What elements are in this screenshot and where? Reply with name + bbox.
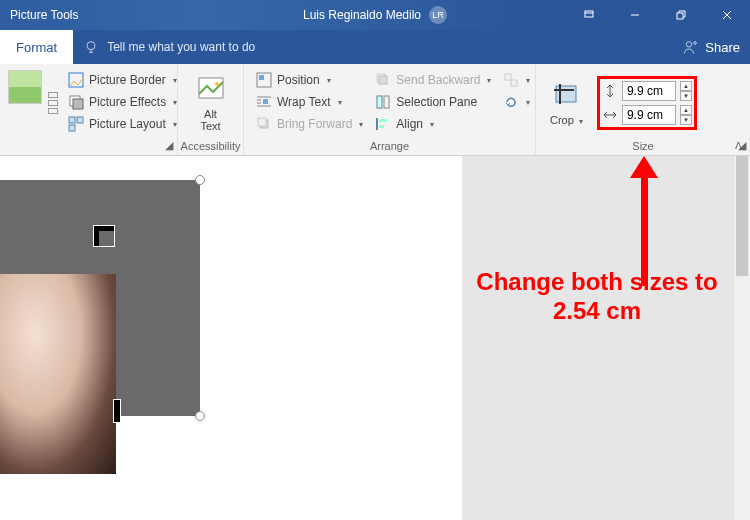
height-icon [602,83,618,99]
ribbon: Picture Border▾ Picture Effects▾ Picture… [0,64,750,156]
chevron-down-icon: ▾ [173,120,177,129]
chevron-down-icon: ▾ [173,98,177,107]
group-button: ▾ [499,70,534,90]
avatar: LR [429,6,447,24]
bring-forward-button: Bring Forward▾ [252,114,367,134]
group-arrange: Position▾ Wrap Text▾ Bring Forward▾ Send… [244,64,536,155]
svg-rect-0 [585,11,593,17]
ribbon-display-options-button[interactable] [566,0,612,30]
height-spinner[interactable]: ▲▼ [680,81,692,101]
group-label-arrange: Arrange [244,138,535,155]
svg-rect-20 [259,75,264,80]
alt-text-button[interactable]: Alt Text [187,68,235,138]
page[interactable] [0,156,462,520]
picture-effects-icon [68,94,84,110]
svg-point-6 [87,42,95,50]
tell-me-search[interactable]: Tell me what you want to do [73,30,265,64]
spinner-down-icon[interactable]: ▼ [680,91,692,101]
annotation-arrow [630,156,658,286]
annotation-text: Change both sizes to 2.54 cm [452,268,742,326]
picture-layout-button[interactable]: Picture Layout▾ [64,114,181,134]
group-label-accessibility: Accessibility [178,138,243,155]
scroll-thumb[interactable] [736,156,748,276]
crop-handle-corner[interactable] [94,226,114,246]
spinner-down-icon[interactable]: ▼ [680,115,692,125]
crop-icon [550,80,582,112]
height-row: ▲▼ [602,81,692,101]
bring-forward-icon [256,116,272,132]
svg-rect-15 [77,117,83,123]
picture-content [0,274,116,474]
send-backward-button: Send Backward▾ [371,70,495,90]
ribbon-tabbar: Format Tell me what you want to do Share [0,30,750,64]
position-button[interactable]: Position▾ [252,70,367,90]
context-tab-label: Picture Tools [0,8,88,22]
close-button[interactable] [704,0,750,30]
minimize-button[interactable] [612,0,658,30]
svg-rect-3 [677,13,683,19]
picture-border-icon [68,72,84,88]
svg-rect-27 [258,118,266,126]
width-icon [602,107,618,123]
height-input[interactable] [622,81,676,101]
wrap-text-icon [256,94,272,110]
gallery-down-icon [48,100,58,106]
chevron-down-icon: ▾ [327,76,331,85]
svg-point-10 [694,42,697,45]
share-icon [683,39,699,55]
resize-handle[interactable] [195,411,205,421]
styles-gallery-expand[interactable] [44,68,62,138]
group-label-size: Size [632,140,653,152]
titlebar: Picture Tools Luis Reginaldo Medilo LR [0,0,750,30]
chevron-down-icon: ▾ [359,120,363,129]
crop-handle-side[interactable] [114,400,120,422]
vertical-scrollbar[interactable] [733,156,750,520]
svg-rect-35 [505,74,511,80]
picture-effects-button[interactable]: Picture Effects▾ [64,92,181,112]
titlebar-user[interactable]: Luis Reginaldo Medilo LR [303,6,447,24]
svg-rect-34 [379,125,384,128]
align-button[interactable]: Align▾ [371,114,495,134]
svg-rect-31 [384,96,389,108]
crop-button[interactable]: Crop ▾ [542,76,591,131]
spinner-up-icon[interactable]: ▲ [680,81,692,91]
width-spinner[interactable]: ▲▼ [680,105,692,125]
group-picture-styles: Picture Border▾ Picture Effects▾ Picture… [0,64,178,155]
chevron-down-icon: ▾ [430,120,434,129]
position-icon [256,72,272,88]
picture-border-button[interactable]: Picture Border▾ [64,70,181,90]
spinner-up-icon[interactable]: ▲ [680,105,692,115]
svg-rect-17 [199,78,223,98]
gallery-more-icon [48,108,58,114]
chevron-down-icon: ▾ [526,98,530,107]
rotate-icon [503,94,519,110]
window-controls [566,0,750,30]
alt-text-icon [195,74,227,106]
tell-me-placeholder: Tell me what you want to do [107,40,255,54]
chevron-down-icon: ▾ [173,76,177,85]
chevron-down-icon: ▾ [526,76,530,85]
svg-rect-36 [511,80,517,86]
svg-rect-23 [263,99,268,104]
group-accessibility: Alt Text Accessibility [178,64,244,155]
picture-style-thumb[interactable] [8,70,42,104]
tab-format[interactable]: Format [0,30,73,64]
width-input[interactable] [622,105,676,125]
selection-pane-button[interactable]: Selection Pane [371,92,495,112]
svg-rect-29 [379,76,387,84]
svg-rect-33 [379,119,387,122]
rotate-button[interactable]: ▾ [499,92,534,112]
picture-layout-icon [68,116,84,132]
send-backward-icon [375,72,391,88]
dialog-launcher-icon[interactable]: ◢ [165,139,173,152]
svg-point-18 [215,82,219,86]
collapse-ribbon-icon[interactable]: ᐱ [735,140,742,151]
resize-handle[interactable] [195,175,205,185]
share-button[interactable]: Share [683,30,740,64]
group-icon [503,72,519,88]
restore-button[interactable] [658,0,704,30]
arrow-head-icon [630,156,658,178]
wrap-text-button[interactable]: Wrap Text▾ [252,92,367,112]
lightbulb-icon [83,39,99,55]
gallery-up-icon [48,92,58,98]
